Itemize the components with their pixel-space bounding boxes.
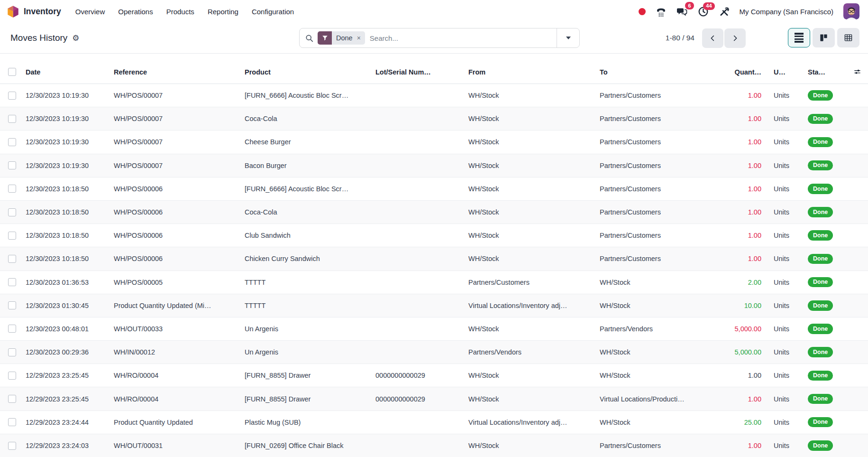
search-icon [305,34,313,42]
row-checkbox[interactable] [8,208,16,216]
cell-product: Chicken Curry Sandwich [240,247,371,270]
pivot-view-button[interactable] [837,28,859,47]
status-badge: Done [808,207,833,217]
cell-unit: Units [769,294,803,317]
search-bar[interactable]: Done × [299,28,580,48]
menu-overview[interactable]: Overview [69,8,112,16]
phone-icon[interactable] [656,6,667,17]
menu-operations[interactable]: Operations [111,8,159,16]
column-header-quantity[interactable]: Quant… [716,54,769,84]
column-header-unit[interactable]: U… [769,54,803,84]
row-checkbox[interactable] [8,255,16,263]
developer-tools-icon[interactable] [719,6,730,17]
search-dropdown-toggle[interactable] [557,28,579,47]
select-all-checkbox[interactable] [8,68,16,76]
row-checkbox[interactable] [8,442,16,450]
status-badge: Done [808,371,833,381]
cell-quantity: 2.00 [716,270,769,294]
row-checkbox[interactable] [8,278,16,286]
recording-indicator-icon[interactable] [639,8,646,15]
table-row[interactable]: 12/30/2023 10:18:50 WH/POS/00006 Club Sa… [0,224,868,247]
cell-reference: WH/POS/00006 [109,177,240,200]
column-header-lot-serial[interactable]: Lot/Serial Num… [371,54,464,84]
app-name[interactable]: Inventory [24,7,61,17]
table-row[interactable]: 12/29/2023 23:25:45 WH/RO/00004 [FURN_88… [0,387,868,410]
table-row[interactable]: 12/30/2023 00:29:36 WH/IN/00012 Un Argen… [0,341,868,364]
cell-quantity: 25.00 [716,410,769,434]
search-input[interactable] [365,34,557,42]
menu-products[interactable]: Products [160,8,201,16]
filter-remove-icon[interactable]: × [356,34,365,42]
cell-quantity: 1.00 [716,364,769,387]
menu-reporting[interactable]: Reporting [201,8,245,16]
cell-lot-serial [371,107,464,131]
cell-reference: WH/POS/00006 [109,247,240,270]
column-header-product[interactable]: Product [240,54,371,84]
cell-lot-serial [371,84,464,107]
table-row[interactable]: 12/30/2023 10:19:30 WH/POS/00007 [FURN_6… [0,84,868,107]
table-row[interactable]: 12/30/2023 10:18:50 WH/POS/00006 [FURN_6… [0,177,868,200]
column-header-to[interactable]: To [595,54,716,84]
table-row[interactable]: 12/30/2023 00:48:01 WH/OUT/00033 Un Arge… [0,317,868,340]
pivot-view-icon [844,33,853,42]
cell-product: Coca-Cola [240,107,371,131]
cell-to: Partners/Vendors [595,317,716,340]
table-row[interactable]: 12/30/2023 10:19:30 WH/POS/00007 Bacon B… [0,154,868,177]
title-gear-icon[interactable]: ⚙ [72,34,79,42]
status-badge: Done [808,324,833,334]
table-row[interactable]: 12/29/2023 23:24:03 WH/OUT/00031 [FURN_0… [0,434,868,457]
cell-product: TTTTT [240,294,371,317]
row-checkbox[interactable] [8,395,16,403]
menu-configuration[interactable]: Configuration [245,8,301,16]
optional-columns-sliders-icon[interactable] [851,68,863,76]
table-row[interactable]: 12/30/2023 01:36:53 WH/POS/00005 TTTTT P… [0,270,868,294]
status-badge: Done [808,90,833,101]
cell-to: WH/Stock [595,364,716,387]
cell-reference: WH/POS/00007 [109,154,240,177]
user-avatar[interactable] [843,3,859,19]
table-row[interactable]: 12/29/2023 23:24:44 Product Quantity Upd… [0,410,868,434]
pager-previous-button[interactable] [702,28,723,48]
cell-date: 12/30/2023 10:18:50 [21,247,109,270]
column-header-status[interactable]: Sta… [803,54,847,84]
moves-history-table: Date Reference Product Lot/Serial Num… F… [0,53,868,457]
cell-date: 12/29/2023 23:24:44 [21,410,109,434]
table-row[interactable]: 12/30/2023 10:18:50 WH/POS/00006 Coca-Co… [0,200,868,224]
company-switcher[interactable]: My Company (San Francisco) [740,8,833,16]
row-checkbox[interactable] [8,372,16,380]
row-checkbox[interactable] [8,138,16,146]
row-checkbox[interactable] [8,92,16,100]
cell-lot-serial: 0000000000029 [371,364,464,387]
cell-lot-serial [371,341,464,364]
row-checkbox[interactable] [8,232,16,240]
row-checkbox[interactable] [8,301,16,309]
table-row[interactable]: 12/30/2023 01:30:45 Product Quantity Upd… [0,294,868,317]
filter-tag-done[interactable]: Done × [318,31,365,45]
column-header-from[interactable]: From [464,54,595,84]
row-checkbox[interactable] [8,348,16,356]
cell-unit: Units [769,177,803,200]
list-view-button[interactable] [788,28,810,47]
odoo-app-logo-icon[interactable] [7,5,19,18]
activities-clock-icon[interactable]: 44 [698,6,709,17]
cell-to: Partners/Customers [595,434,716,457]
cell-date: 12/30/2023 10:18:50 [21,177,109,200]
cell-product: Cheese Burger [240,131,371,154]
row-checkbox[interactable] [8,325,16,333]
cell-product: [FURN_0269] Office Chair Black [240,434,371,457]
cell-quantity: 1.00 [716,107,769,131]
row-checkbox[interactable] [8,115,16,123]
table-row[interactable]: 12/30/2023 10:19:30 WH/POS/00007 Cheese … [0,131,868,154]
kanban-view-button[interactable] [813,28,835,47]
column-header-date[interactable]: Date [21,54,109,84]
column-header-reference[interactable]: Reference [109,54,240,84]
row-checkbox[interactable] [8,161,16,169]
row-checkbox[interactable] [8,418,16,426]
messages-icon[interactable]: 6 [676,6,688,17]
table-row[interactable]: 12/29/2023 23:25:45 WH/RO/00004 [FURN_88… [0,364,868,387]
table-row[interactable]: 12/30/2023 10:18:50 WH/POS/00006 Chicken… [0,247,868,270]
pager-next-button[interactable] [724,28,746,48]
table-body: 12/30/2023 10:19:30 WH/POS/00007 [FURN_6… [0,84,868,457]
row-checkbox[interactable] [8,185,16,193]
table-row[interactable]: 12/30/2023 10:19:30 WH/POS/00007 Coca-Co… [0,107,868,131]
